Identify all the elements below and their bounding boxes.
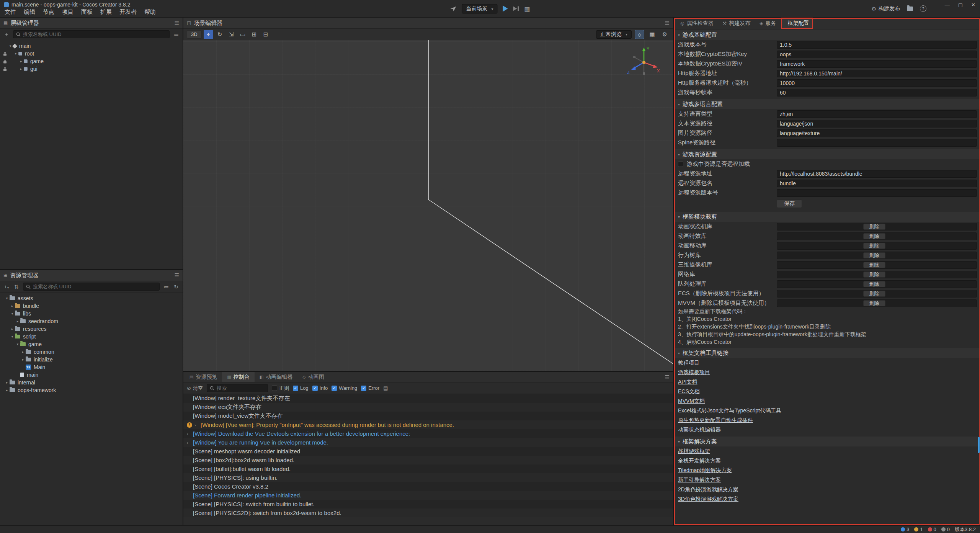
open-project-folder-icon[interactable] <box>907 7 913 11</box>
field-input[interactable] <box>777 110 977 118</box>
solution-link[interactable]: 新手引导解决方案 <box>678 477 721 484</box>
field-input[interactable] <box>777 60 977 68</box>
log-filter-checkbox[interactable]: ✓ Log <box>293 385 309 391</box>
doc-link[interactable]: MVVM文档 <box>678 398 705 405</box>
help-icon[interactable]: ? <box>920 5 926 12</box>
menu-item[interactable]: 节点 <box>39 8 58 16</box>
log-row[interactable]: ! [Scene] [PHYSICS]: using builtin. <box>183 473 673 482</box>
console-tab[interactable]: ◧ 动画编辑器 <box>255 372 297 382</box>
hierarchy-node-row[interactable]: ▸ game <box>0 57 183 65</box>
menu-item[interactable]: 文件 <box>1 8 20 16</box>
play-button[interactable] <box>503 6 508 12</box>
step-button[interactable] <box>513 7 519 11</box>
delete-module-button[interactable]: 删除 <box>863 281 885 287</box>
assets-search-input[interactable] <box>33 284 157 289</box>
asset-row[interactable]: ▾ TS libs <box>0 310 183 317</box>
asset-row[interactable]: TS main <box>0 371 183 379</box>
log-row[interactable]: ! [Window] model_view文件夹不存在 <box>183 412 673 420</box>
doc-link[interactable]: 动画状态机编辑器 <box>678 427 721 433</box>
regex-checkbox[interactable]: ✓ 正则 <box>272 385 289 392</box>
field-input[interactable] <box>777 139 977 147</box>
asset-row[interactable]: ▾ TS assets <box>0 294 183 302</box>
expand-arrow-icon[interactable]: ▸ <box>20 358 26 361</box>
menu-item[interactable]: 开发者 <box>116 8 140 16</box>
scene-select-dropdown[interactable]: 当前场景 ▾ <box>462 4 497 13</box>
scale-tool-button[interactable]: ⇲ <box>227 30 236 39</box>
add-asset-button[interactable]: +▾ <box>3 284 10 290</box>
doc-link[interactable]: 原生包热更新配置自动生成插件 <box>678 417 753 424</box>
solution-link[interactable]: 2D角色扮演游戏解决方案 <box>678 486 738 493</box>
info-counter[interactable]: 3 <box>901 526 909 532</box>
field-input[interactable] <box>777 79 977 87</box>
build-publish-button[interactable]: ⚙ 构建发布 <box>871 5 900 12</box>
log-filter-checkbox[interactable]: ✓ Info <box>312 385 328 391</box>
preview-target-icon[interactable] <box>450 5 456 12</box>
section-basic-config[interactable]: ▾ 游戏基础配置 <box>674 30 980 40</box>
field-input[interactable] <box>777 41 977 49</box>
expand-arrow-icon[interactable]: ▾ <box>15 342 20 346</box>
field-input[interactable] <box>777 120 977 128</box>
field-input[interactable] <box>777 180 977 187</box>
rotate-tool-button[interactable]: ↻ <box>215 30 225 39</box>
expand-arrow-icon[interactable]: ▾ <box>10 335 15 338</box>
solution-link[interactable]: 全栈开发解决方案 <box>678 458 721 464</box>
asset-row[interactable]: ▸ TS common <box>0 348 183 356</box>
log-row[interactable]: ! [Scene] Forward render pipeline initia… <box>183 491 673 500</box>
log-row[interactable]: ! [Scene] [box2d]:box2d wasm lib loaded. <box>183 456 673 464</box>
delete-module-button[interactable]: 删除 <box>863 233 885 239</box>
field-input[interactable] <box>777 129 977 137</box>
asset-row[interactable]: ▾ TS game <box>0 340 183 348</box>
expand-arrow-icon[interactable]: ▸ <box>18 67 24 71</box>
doc-link[interactable]: ECS文档 <box>678 388 700 395</box>
section-solutions[interactable]: ▾ 框架解决方案 <box>674 437 980 446</box>
inspector-tab[interactable]: 框架配置 <box>781 18 813 29</box>
menu-item[interactable]: 项目 <box>58 8 77 16</box>
console-tab[interactable]: ▥ 控制台 <box>222 372 254 382</box>
minimize-button[interactable]: — <box>945 2 950 8</box>
hierarchy-node-row[interactable]: ▾ main <box>0 42 183 50</box>
expand-arrow-icon[interactable]: › <box>194 423 198 427</box>
view-grid-button[interactable]: ▦ <box>647 30 657 39</box>
delete-module-button[interactable]: 删除 <box>863 243 885 249</box>
section-i18n-config[interactable]: ▾ 游戏多语言配置 <box>674 99 980 109</box>
inspector-tab[interactable]: ◎ 属性检查器 <box>676 18 717 29</box>
error-counter[interactable]: 0 <box>928 526 936 532</box>
hierarchy-node-row[interactable]: ▾ root <box>0 50 183 57</box>
log-row[interactable]: ! [Scene] Cocos Creator v3.8.2 <box>183 482 673 491</box>
delete-module-button[interactable]: 删除 <box>863 300 885 306</box>
solution-link[interactable]: Tiledmap地图解决方案 <box>678 467 732 474</box>
maximize-button[interactable]: ▢ <box>958 2 963 8</box>
notice-counter[interactable]: 0 <box>941 526 950 532</box>
menu-item[interactable]: 面板 <box>77 8 96 16</box>
inspector-scrollbar-thumb[interactable] <box>978 437 980 453</box>
warning-counter[interactable]: 1 <box>914 526 923 532</box>
asset-row[interactable]: ▸ TS resources <box>0 325 183 333</box>
console-search-input[interactable] <box>217 385 265 391</box>
clear-console-button[interactable]: ⊘ 清空 <box>187 385 203 392</box>
doc-link[interactable]: API文档 <box>678 379 697 386</box>
delete-module-button[interactable]: 删除 <box>863 291 885 297</box>
log-row[interactable]: ! [Scene] [PHYSICS]: switch from builtin… <box>183 500 673 508</box>
hierarchy-menu-icon[interactable]: ☰ <box>174 20 179 26</box>
scene-viewport[interactable]: Y X Z <box>183 40 673 371</box>
assets-filter-icon[interactable]: ≔ <box>163 284 170 290</box>
add-node-button[interactable]: + <box>3 31 10 38</box>
doc-link[interactable]: 教程项目 <box>678 360 699 366</box>
hierarchy-filter-icon[interactable]: ≔ <box>173 31 180 38</box>
solution-link[interactable]: 3D角色扮演游戏解决方案 <box>678 496 738 503</box>
lock-icon[interactable] <box>2 67 8 71</box>
close-button[interactable]: ✕ <box>971 2 975 8</box>
log-row[interactable]: ! [Window] render_texture文件夹不存在 <box>183 394 673 403</box>
sort-assets-icon[interactable]: ⇅ <box>13 284 20 290</box>
remote-load-checkbox[interactable] <box>678 162 683 167</box>
inspector-tab[interactable]: ⚒ 构建发布 <box>718 18 755 29</box>
menu-item[interactable]: 编辑 <box>20 8 39 16</box>
assets-menu-icon[interactable]: ☰ <box>174 272 179 278</box>
console-tab[interactable]: ◇ 动画图 <box>297 372 329 382</box>
scene-menu-icon[interactable]: ☰ <box>665 20 670 26</box>
asset-row[interactable]: ▸ TS bundle <box>0 302 183 310</box>
section-doc-links[interactable]: ▾ 框架文档工具链接 <box>674 348 980 358</box>
delete-module-button[interactable]: 删除 <box>863 262 885 268</box>
hierarchy-search-input[interactable] <box>23 31 167 37</box>
lock-icon[interactable] <box>2 52 8 56</box>
